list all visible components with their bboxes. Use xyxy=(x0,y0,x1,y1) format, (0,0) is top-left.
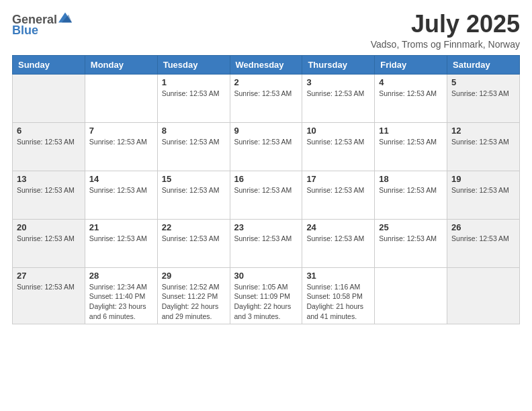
day-number: 30 xyxy=(234,271,298,281)
day-number: 28 xyxy=(89,271,153,281)
calendar-cell: 15Sunrise: 12:53 AM xyxy=(157,171,230,219)
day-info: Sunrise: 12:53 AM xyxy=(17,282,81,292)
col-wednesday: Wednesday xyxy=(230,55,302,74)
col-tuesday: Tuesday xyxy=(157,55,230,74)
day-info: Sunrise: 12:53 AM xyxy=(451,185,515,195)
day-number: 24 xyxy=(306,222,370,232)
col-thursday: Thursday xyxy=(302,55,375,74)
main-title: July 2025 xyxy=(371,11,520,38)
calendar-cell xyxy=(13,74,85,122)
day-info: Sunrise: 12:53 AM xyxy=(451,89,515,99)
day-number: 9 xyxy=(234,126,298,136)
day-number: 1 xyxy=(162,77,226,87)
day-info: Sunrise: 12:52 AMSunset: 11:22 PMDayligh… xyxy=(162,282,226,322)
calendar-week-row: 20Sunrise: 12:53 AM21Sunrise: 12:53 AM22… xyxy=(13,219,520,267)
calendar-cell: 31Sunrise: 1:16 AMSunset: 10:58 PMDaylig… xyxy=(302,267,375,324)
col-saturday: Saturday xyxy=(447,55,520,74)
calendar-week-row: 6Sunrise: 12:53 AM7Sunrise: 12:53 AM8Sun… xyxy=(13,122,520,171)
calendar-week-row: 27Sunrise: 12:53 AM28Sunrise: 12:34 AMSu… xyxy=(13,267,520,324)
day-number: 26 xyxy=(451,222,515,232)
header: General Blue July 2025 Vadso, Troms og F… xyxy=(12,11,520,50)
day-info: Sunrise: 12:53 AM xyxy=(306,137,370,147)
logo-blue: Blue xyxy=(12,24,38,36)
day-info: Sunrise: 12:53 AM xyxy=(379,234,443,244)
day-number: 4 xyxy=(379,77,443,87)
calendar-cell: 7Sunrise: 12:53 AM xyxy=(85,122,157,171)
day-info: Sunrise: 12:53 AM xyxy=(306,89,370,99)
calendar-week-row: 13Sunrise: 12:53 AM14Sunrise: 12:53 AM15… xyxy=(13,171,520,219)
day-number: 22 xyxy=(162,222,226,232)
day-info: Sunrise: 12:53 AM xyxy=(379,185,443,195)
day-number: 14 xyxy=(89,174,153,184)
day-info: Sunrise: 1:16 AMSunset: 10:58 PMDaylight… xyxy=(306,282,370,322)
calendar-cell: 10Sunrise: 12:53 AM xyxy=(302,122,375,171)
day-info: Sunrise: 12:53 AM xyxy=(162,185,226,195)
day-info: Sunrise: 12:53 AM xyxy=(89,234,153,244)
day-number: 29 xyxy=(162,271,226,281)
calendar-cell: 2Sunrise: 12:53 AM xyxy=(230,74,302,122)
logo-wrapper: General Blue xyxy=(12,11,72,36)
day-number: 8 xyxy=(162,126,226,136)
calendar-cell: 13Sunrise: 12:53 AM xyxy=(13,171,85,219)
logo-icon xyxy=(58,11,72,24)
calendar-cell: 29Sunrise: 12:52 AMSunset: 11:22 PMDayli… xyxy=(157,267,230,324)
calendar-cell: 8Sunrise: 12:53 AM xyxy=(157,122,230,171)
calendar-cell: 26Sunrise: 12:53 AM xyxy=(447,219,520,267)
day-info: Sunrise: 12:53 AM xyxy=(306,234,370,244)
calendar-cell: 5Sunrise: 12:53 AM xyxy=(447,74,520,122)
day-number: 19 xyxy=(451,174,515,184)
day-info: Sunrise: 12:53 AM xyxy=(89,185,153,195)
day-info: Sunrise: 12:53 AM xyxy=(306,185,370,195)
calendar-cell: 3Sunrise: 12:53 AM xyxy=(302,74,375,122)
calendar-cell: 20Sunrise: 12:53 AM xyxy=(13,219,85,267)
day-info: Sunrise: 12:53 AM xyxy=(379,137,443,147)
day-number: 23 xyxy=(234,222,298,232)
day-info: Sunrise: 12:53 AM xyxy=(451,234,515,244)
day-number: 15 xyxy=(162,174,226,184)
day-number: 17 xyxy=(306,174,370,184)
col-monday: Monday xyxy=(85,55,157,74)
calendar-cell: 6Sunrise: 12:53 AM xyxy=(13,122,85,171)
calendar-cell: 12Sunrise: 12:53 AM xyxy=(447,122,520,171)
calendar-cell: 22Sunrise: 12:53 AM xyxy=(157,219,230,267)
calendar-cell xyxy=(447,267,520,324)
day-number: 18 xyxy=(379,174,443,184)
day-info: Sunrise: 12:53 AM xyxy=(234,185,298,195)
day-info: Sunrise: 12:53 AM xyxy=(162,137,226,147)
calendar-cell xyxy=(85,74,157,122)
day-number: 31 xyxy=(306,271,370,281)
day-number: 7 xyxy=(89,126,153,136)
day-info: Sunrise: 12:53 AM xyxy=(17,137,81,147)
day-number: 6 xyxy=(17,126,81,136)
calendar-cell: 4Sunrise: 12:53 AM xyxy=(375,74,447,122)
calendar-cell: 18Sunrise: 12:53 AM xyxy=(375,171,447,219)
day-info: Sunrise: 12:34 AMSunset: 11:40 PMDayligh… xyxy=(89,282,153,322)
title-block: July 2025 Vadso, Troms og Finnmark, Norw… xyxy=(371,11,520,50)
day-info: Sunrise: 12:53 AM xyxy=(17,185,81,195)
day-number: 25 xyxy=(379,222,443,232)
calendar-cell: 19Sunrise: 12:53 AM xyxy=(447,171,520,219)
day-info: Sunrise: 12:53 AM xyxy=(162,234,226,244)
day-number: 20 xyxy=(17,222,81,232)
day-info: Sunrise: 12:53 AM xyxy=(379,89,443,99)
day-number: 16 xyxy=(234,174,298,184)
calendar-cell: 27Sunrise: 12:53 AM xyxy=(13,267,85,324)
day-number: 13 xyxy=(17,174,81,184)
calendar: Sunday Monday Tuesday Wednesday Thursday… xyxy=(12,55,520,325)
col-friday: Friday xyxy=(375,55,447,74)
calendar-header-row: Sunday Monday Tuesday Wednesday Thursday… xyxy=(13,55,520,74)
calendar-cell: 28Sunrise: 12:34 AMSunset: 11:40 PMDayli… xyxy=(85,267,157,324)
calendar-cell: 21Sunrise: 12:53 AM xyxy=(85,219,157,267)
subtitle: Vadso, Troms og Finnmark, Norway xyxy=(371,39,520,50)
day-info: Sunrise: 12:53 AM xyxy=(451,137,515,147)
day-number: 10 xyxy=(306,126,370,136)
day-info: Sunrise: 12:53 AM xyxy=(162,89,226,99)
day-number: 5 xyxy=(451,77,515,87)
day-info: Sunrise: 12:53 AM xyxy=(234,137,298,147)
day-number: 12 xyxy=(451,126,515,136)
page: General Blue July 2025 Vadso, Troms og F… xyxy=(0,0,532,411)
day-info: Sunrise: 12:53 AM xyxy=(17,234,81,244)
calendar-cell: 25Sunrise: 12:53 AM xyxy=(375,219,447,267)
day-info: Sunrise: 12:53 AM xyxy=(89,137,153,147)
calendar-week-row: 1Sunrise: 12:53 AM2Sunrise: 12:53 AM3Sun… xyxy=(13,74,520,122)
